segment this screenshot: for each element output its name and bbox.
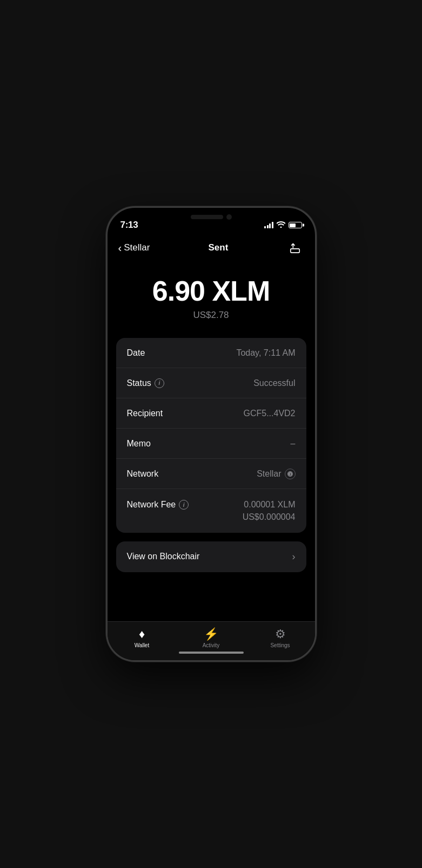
amount-section: 6.90 XLM US$2.78 bbox=[108, 263, 315, 338]
details-card: Date Today, 7:11 AM Status i Successful … bbox=[116, 338, 306, 533]
scroll-content[interactable]: ‹ Stellar Sent 6.90 XLM US$2.78 Date Tod bbox=[108, 235, 315, 615]
activity-icon: ⚡ bbox=[204, 628, 218, 640]
memo-row: Memo – bbox=[116, 429, 306, 459]
memo-value: – bbox=[291, 439, 296, 449]
tab-bar: ♦ Wallet ⚡ Activity ⚙ Settings bbox=[108, 621, 315, 660]
date-label: Date bbox=[127, 348, 145, 358]
share-button[interactable] bbox=[286, 239, 304, 256]
memo-label: Memo bbox=[127, 439, 151, 449]
status-info-icon[interactable]: i bbox=[155, 378, 164, 388]
wifi-icon bbox=[277, 221, 285, 229]
share-icon bbox=[289, 242, 301, 254]
status-value: Successful bbox=[253, 378, 295, 388]
stellar-logo-icon bbox=[285, 469, 296, 479]
network-row: Network Stellar bbox=[116, 459, 306, 489]
back-arrow-icon: ‹ bbox=[118, 242, 122, 253]
network-fee-row: Network Fee i 0.00001 XLM US$0.000004 bbox=[116, 489, 306, 533]
tab-bar-items: ♦ Wallet ⚡ Activity ⚙ Settings bbox=[108, 628, 315, 648]
svg-rect-0 bbox=[291, 249, 300, 253]
network-value: Stellar bbox=[257, 469, 295, 479]
recipient-value: GCF5...4VD2 bbox=[243, 409, 295, 418]
settings-icon: ⚙ bbox=[275, 628, 286, 640]
fee-info-icon[interactable]: i bbox=[179, 500, 189, 510]
notch-camera bbox=[226, 214, 232, 220]
signal-icon bbox=[264, 222, 273, 228]
recipient-label: Recipient bbox=[127, 409, 163, 418]
notch-pill bbox=[191, 215, 223, 219]
home-bar bbox=[179, 652, 244, 654]
view-on-blockchair-button[interactable]: View on Blockchair › bbox=[116, 541, 306, 572]
fee-xlm: 0.00001 XLM bbox=[243, 499, 296, 511]
network-label: Network bbox=[127, 469, 159, 479]
date-row: Date Today, 7:11 AM bbox=[116, 338, 306, 368]
battery-icon bbox=[289, 222, 302, 228]
date-value: Today, 7:11 AM bbox=[236, 348, 295, 358]
back-button[interactable]: ‹ Stellar bbox=[118, 242, 150, 253]
status-label: Status i bbox=[127, 378, 164, 388]
status-icons bbox=[264, 221, 302, 229]
chevron-right-icon: › bbox=[292, 551, 296, 562]
nav-header: ‹ Stellar Sent bbox=[108, 235, 315, 263]
amount-primary: 6.90 XLM bbox=[118, 276, 304, 307]
tab-wallet[interactable]: ♦ Wallet bbox=[108, 628, 177, 648]
tab-activity[interactable]: ⚡ Activity bbox=[177, 628, 246, 648]
activity-label: Activity bbox=[203, 642, 220, 648]
wallet-label: Wallet bbox=[135, 642, 149, 648]
blockchair-section: View on Blockchair › bbox=[116, 541, 306, 572]
phone-notch bbox=[177, 208, 245, 226]
wallet-icon: ♦ bbox=[139, 628, 145, 640]
status-time: 7:13 bbox=[120, 220, 138, 230]
tab-settings[interactable]: ⚙ Settings bbox=[246, 628, 315, 648]
amount-secondary: US$2.78 bbox=[118, 310, 304, 321]
network-fee-value: 0.00001 XLM US$0.000004 bbox=[243, 499, 296, 523]
network-fee-label: Network Fee i bbox=[127, 499, 189, 510]
page-title: Sent bbox=[209, 242, 229, 253]
blockchair-label: View on Blockchair bbox=[127, 552, 200, 561]
fee-usd: US$0.000004 bbox=[243, 511, 296, 523]
status-row: Status i Successful bbox=[116, 368, 306, 398]
home-indicator bbox=[108, 648, 315, 656]
phone-frame: 7:13 ‹ Stellar Sent bbox=[106, 206, 317, 662]
settings-label: Settings bbox=[270, 642, 290, 648]
recipient-row: Recipient GCF5...4VD2 bbox=[116, 398, 306, 429]
back-label: Stellar bbox=[124, 242, 150, 253]
